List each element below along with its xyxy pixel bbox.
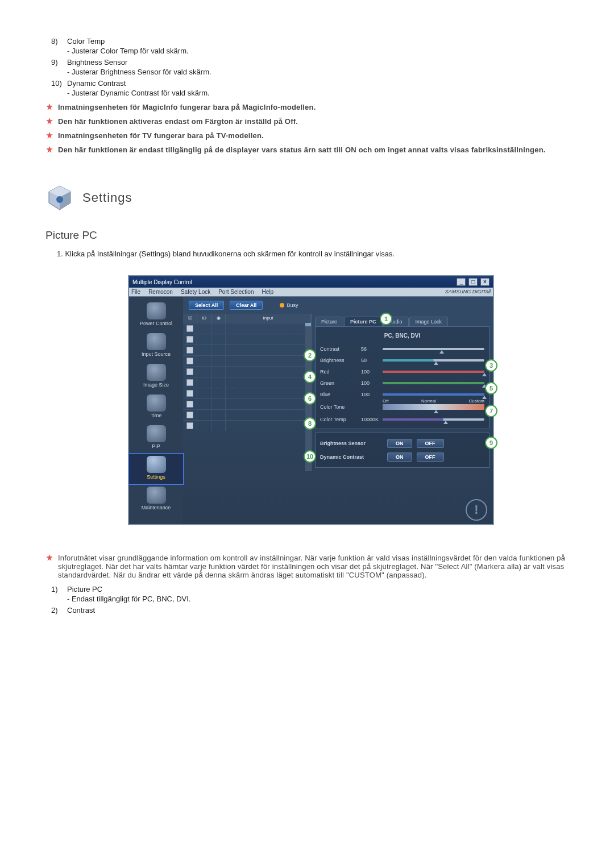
mode-label: PC, BNC, DVI xyxy=(320,330,484,343)
tab-picture[interactable]: Picture xyxy=(315,317,343,326)
blue-slider[interactable] xyxy=(383,393,484,396)
menu-bar: File Remocon Safety Lock Port Selection … xyxy=(129,288,493,297)
head-input: Input xyxy=(226,314,311,323)
sidebar-item-power[interactable]: Power Control xyxy=(129,300,183,331)
menu-help[interactable]: Help xyxy=(262,289,273,295)
time-icon xyxy=(147,394,166,412)
svg-marker-2 xyxy=(46,132,53,139)
checkbox[interactable] xyxy=(186,422,193,429)
head-check: ☑ xyxy=(183,314,197,323)
clear-all-button[interactable]: Clear All xyxy=(230,301,263,310)
svg-marker-0 xyxy=(46,103,53,110)
menu-remocon[interactable]: Remocon xyxy=(148,289,173,295)
select-all-button[interactable]: Select All xyxy=(189,301,224,310)
toolbar: Select All Clear All Busy xyxy=(183,297,493,314)
callout-1: 1 xyxy=(380,313,392,325)
tab-image-lock[interactable]: Image Lock xyxy=(409,317,449,326)
section-settings: Settings xyxy=(45,184,574,212)
sidebar-item-pip[interactable]: PIP xyxy=(129,423,183,454)
colortone-label: Color Tone xyxy=(320,404,361,410)
checkbox[interactable] xyxy=(186,336,193,343)
busy-label: Busy xyxy=(287,302,298,308)
list-item: 8)Color Temp - Justerar Color Temp för v… xyxy=(51,37,574,55)
minimize-icon[interactable]: _ xyxy=(457,278,466,286)
imagesize-icon xyxy=(147,364,166,381)
menu-safetylock[interactable]: Safety Lock xyxy=(181,289,210,295)
step-text: 1. Klicka på Inställningar (Settings) bl… xyxy=(57,250,574,258)
upper-list: 8)Color Temp - Justerar Color Temp för v… xyxy=(45,37,574,97)
list-item: 2)Contrast xyxy=(51,606,574,614)
contrast-slider[interactable] xyxy=(383,348,484,350)
dynamic-contrast-off[interactable]: OFF xyxy=(417,452,444,462)
checkbox[interactable] xyxy=(186,412,193,418)
blue-label: Blue xyxy=(320,392,361,397)
maintenance-icon xyxy=(147,487,166,504)
table-row[interactable] xyxy=(183,334,311,344)
green-label: Green xyxy=(320,380,361,386)
list-item: 1)Picture PC - Endast tillgängligt för P… xyxy=(51,585,574,603)
checkbox[interactable] xyxy=(186,358,193,364)
sidebar-item-imagesize[interactable]: Image Size xyxy=(129,362,183,392)
star-icon xyxy=(45,146,58,155)
svg-marker-1 xyxy=(46,118,53,124)
sidebar-item-settings[interactable]: Settings xyxy=(129,454,183,484)
callout-5: 5 xyxy=(485,382,497,394)
table-row[interactable] xyxy=(183,398,311,409)
callout-4: 4 xyxy=(304,371,316,383)
contrast-label: Contrast xyxy=(320,346,361,352)
colortemp-slider[interactable] xyxy=(383,418,484,421)
menu-file[interactable]: File xyxy=(131,289,140,295)
table-row[interactable] xyxy=(183,366,311,377)
menu-portselection[interactable]: Port Selection xyxy=(218,289,254,295)
sidebar-item-input[interactable]: Input Source xyxy=(129,331,183,362)
dynamic-contrast-on[interactable]: ON xyxy=(387,452,412,462)
head-id: ID xyxy=(197,314,211,323)
maximize-icon[interactable]: □ xyxy=(468,278,478,286)
checkbox[interactable] xyxy=(186,325,193,332)
sidebar-item-maintenance[interactable]: Maintenance xyxy=(129,484,183,515)
checkbox[interactable] xyxy=(186,368,193,375)
checkbox[interactable] xyxy=(186,347,193,354)
checkbox[interactable] xyxy=(186,390,193,397)
red-slider[interactable] xyxy=(383,371,484,373)
settings-panel: Picture Picture PC Audio Image Lock PC, … xyxy=(312,314,493,471)
callout-6: 6 xyxy=(304,392,316,405)
svg-marker-8 xyxy=(46,554,53,561)
callout-3: 3 xyxy=(485,359,497,372)
close-icon[interactable]: × xyxy=(480,278,489,286)
power-icon xyxy=(147,302,166,319)
star-icon xyxy=(45,131,58,141)
callout-2: 2 xyxy=(304,349,316,362)
input-icon xyxy=(147,333,166,350)
green-slider[interactable] xyxy=(383,382,484,384)
table-row[interactable] xyxy=(183,355,311,366)
svg-point-7 xyxy=(56,196,63,203)
brightness-sensor-on[interactable]: ON xyxy=(387,439,412,448)
callout-8: 8 xyxy=(304,417,316,430)
sidebar-item-time[interactable]: Time xyxy=(129,392,183,423)
table-row[interactable] xyxy=(183,409,311,420)
brand-label: SAMSUNG DIGITall xyxy=(445,289,491,295)
lower-list: 1)Picture PC - Endast tillgängligt för P… xyxy=(45,585,574,614)
tab-picture-pc[interactable]: Picture PC xyxy=(344,317,383,326)
checkbox[interactable] xyxy=(186,379,193,386)
colortemp-label: Color Temp xyxy=(320,417,361,422)
star-icon xyxy=(45,103,58,113)
svg-marker-3 xyxy=(46,146,53,153)
settings-icon xyxy=(147,456,166,473)
window-controls[interactable]: _ □ × xyxy=(455,278,489,286)
table-row[interactable] xyxy=(183,344,311,355)
brightness-slider[interactable] xyxy=(383,359,484,362)
dynamic-contrast-label: Dynamic Contrast xyxy=(320,454,383,460)
mdc-screenshot: Multiple Display Control _ □ × File Remo… xyxy=(128,275,492,525)
red-label: Red xyxy=(320,369,361,375)
checkbox[interactable] xyxy=(186,401,193,408)
brightness-sensor-off[interactable]: OFF xyxy=(417,439,444,448)
table-row[interactable] xyxy=(183,420,311,431)
table-row[interactable] xyxy=(183,323,311,334)
pip-icon xyxy=(147,425,166,442)
table-row[interactable] xyxy=(183,377,311,388)
table-row[interactable] xyxy=(183,388,311,398)
star-icon xyxy=(45,554,58,563)
colortone-slider[interactable]: Off Normal Custom xyxy=(383,404,484,410)
